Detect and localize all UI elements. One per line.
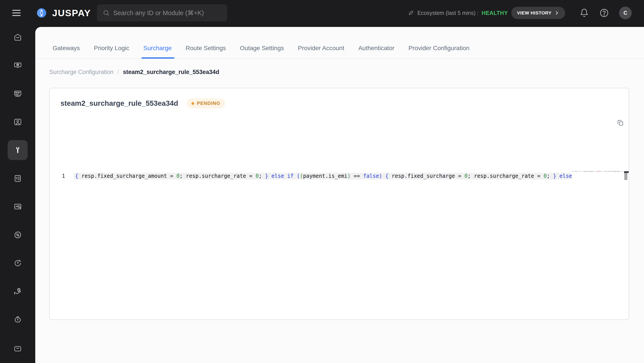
ecosystem-label: Ecosystem (last 5 mins) : [417,10,478,16]
search-input[interactable] [113,9,222,17]
card-partial-icon [13,344,22,352]
tab-surcharge[interactable]: Surcharge [143,45,172,58]
search-icon [103,9,110,16]
svg-text:₹: ₹ [16,261,18,265]
tab-priority-logic[interactable]: Priority Logic [94,45,130,58]
sidebar-item-collections-money-bag[interactable]: ₹ [8,310,28,330]
code-line[interactable]: { resp.fixed_surcharge_amount = 0; resp.… [74,173,572,180]
tab-gateways[interactable]: Gateways [52,45,80,58]
left-sidebar: ₹₹₹₹ [0,26,35,363]
home-icon [13,33,22,42]
sidebar-item-operations[interactable] [8,84,28,104]
juspay-logo[interactable]: JUSPAY [36,7,91,18]
statements-rupee-icon: ₹ [13,174,22,183]
operations-icon [13,89,22,98]
sidebar-item-payouts-hand-coin[interactable]: ₹ [8,281,28,301]
line-number: 1 [50,173,65,180]
tab-route-settings[interactable]: Route Settings [186,45,226,58]
question-circle-icon [599,8,609,18]
products-icon [13,61,22,70]
user-avatar[interactable]: C [619,6,632,19]
rule-title: steam2_surcharge_rule_553ea34d [60,99,178,107]
sidebar-item-configuration-wrench[interactable] [8,140,28,160]
code-editor[interactable]: 1 { resp.fixed_surcharge_amount = 0; res… [50,128,629,320]
chevron-right-icon [554,10,560,15]
copy-icon [616,119,624,127]
breadcrumb-parent-link[interactable]: Surcharge Configuration [49,69,114,75]
tab-authenticator[interactable]: Authenticator [358,45,394,58]
minimap-line: var resp = {}; if ((payment.gateway) == … [572,170,624,173]
settings-tabbar: GatewaysPriority LogicSurchargeRoute Set… [35,27,644,59]
avatar-initial: C [624,10,627,16]
sidebar-item-customers[interactable] [8,112,28,132]
ecosystem-health-badge: HEALTHY [482,10,508,16]
refunds-rupee-rotate-icon: ₹ [13,259,22,268]
sidebar-item-home[interactable] [8,27,28,47]
svg-text:₹: ₹ [15,176,18,180]
active-line-highlight: { resp.fixed_surcharge_amount = 0; resp.… [74,173,572,180]
sidebar-item-statements-rupee[interactable]: ₹ [8,168,28,188]
main-panel: GatewaysPriority LogicSurchargeRoute Set… [35,27,644,363]
breadcrumb-current: steam2_surcharge_rule_553ea34d [123,69,219,75]
minimap-slider [624,171,629,173]
svg-text:₹: ₹ [17,318,18,321]
sidebar-item-offers-percent[interactable] [8,225,28,245]
customers-icon [13,117,22,127]
configuration-wrench-icon [13,146,22,155]
help-button[interactable] [599,8,609,18]
sidebar-item-refunds-rupee-rotate[interactable]: ₹ [8,253,28,273]
surcharge-rule-card: steam2_surcharge_rule_553ea34d PENDING 1… [49,88,629,320]
tab-provider-configuration[interactable]: Provider Configuration [408,45,470,58]
vertical-scrollbar-thumb[interactable] [624,173,627,180]
minimap[interactable]: var resp = {}; if ((payment.gateway) == … [572,170,624,173]
sidebar-item-products[interactable] [8,55,28,75]
view-history-button[interactable]: VIEW HISTORY [511,7,565,19]
global-search[interactable] [97,4,227,21]
analytics-search-icon [13,202,22,211]
ecosystem-status: Ecosystem (last 5 mins) : HEALTHY [408,10,508,16]
breadcrumb-separator: / [118,69,119,75]
copy-code-button[interactable] [616,119,625,127]
top-header: JUSPAY Ecosystem (last 5 mins) : HEALTHY… [0,0,644,26]
status-badge: PENDING [187,98,225,108]
status-dot-icon [192,102,194,105]
breadcrumb: Surcharge Configuration / steam2_surchar… [49,69,644,75]
hamburger-menu-icon[interactable] [12,10,20,16]
bell-icon [580,8,589,17]
collections-money-bag-icon: ₹ [13,315,22,324]
leaf-icon [408,10,414,16]
tab-outage-settings[interactable]: Outage Settings [240,45,284,58]
brand-wordmark: JUSPAY [52,8,91,18]
juspay-logo-icon [36,7,47,18]
card-header: steam2_surcharge_rule_553ea34d PENDING [50,88,629,108]
sidebar-item-analytics-search[interactable] [8,197,28,217]
payouts-hand-coin-icon: ₹ [13,287,22,296]
tab-provider-account[interactable]: Provider Account [298,45,344,58]
sidebar-item-card-partial[interactable] [8,338,28,358]
notifications-button[interactable] [580,8,589,17]
offers-percent-icon [13,230,22,240]
